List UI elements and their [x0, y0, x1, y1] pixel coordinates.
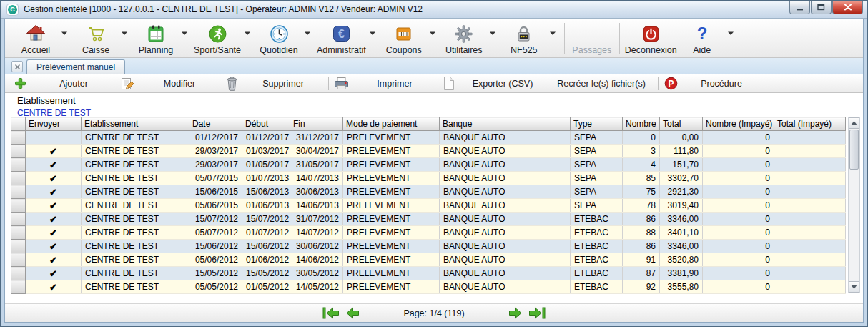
row-selector[interactable]	[11, 172, 26, 185]
toolbar-item-aide[interactable]: ?Aide	[679, 20, 739, 57]
toolbar-item-accueil[interactable]: Accueil	[12, 20, 72, 57]
envoyer-cell[interactable]: ✔	[26, 226, 82, 240]
table-row[interactable]: ✔CENTRE DE TEST05/06/201501/06/201314/06…	[11, 199, 846, 213]
row-selector[interactable]	[11, 131, 26, 145]
envoyer-cell[interactable]: ✔	[26, 213, 82, 226]
tab-close-button[interactable]	[11, 61, 23, 72]
first-page-icon	[322, 307, 340, 319]
column-header-7[interactable]: Type	[571, 117, 623, 131]
column-header-9[interactable]: Total	[660, 117, 703, 131]
toolbar-item-administratif[interactable]: €Administratif	[315, 20, 380, 57]
table-cell: 3019,40	[660, 199, 703, 213]
action-supprimer[interactable]: Supprimer	[222, 74, 325, 92]
action-exporter[interactable]: Exporter (CSV)	[439, 74, 548, 92]
prev-page-button[interactable]	[342, 307, 362, 319]
scroll-up-button[interactable]	[849, 117, 859, 129]
close-button[interactable]	[832, 1, 863, 14]
table-row[interactable]: ✔CENTRE DE TEST15/06/201515/06/201330/06…	[11, 185, 846, 199]
minimize-button[interactable]	[789, 1, 810, 14]
action-label: Imprimer	[350, 79, 439, 89]
scroll-down-button[interactable]	[849, 281, 859, 293]
toolbar-item-nf525[interactable]: NF525	[500, 20, 561, 57]
first-page-button[interactable]	[320, 307, 342, 319]
toolbar-item-coupons[interactable]: Coupons	[380, 20, 440, 57]
toolbar-item-quotidien[interactable]: Quotidien	[255, 20, 315, 57]
table-cell: ETEBAC	[571, 280, 623, 294]
toolbar-item-planning[interactable]: Planning	[132, 20, 192, 57]
table-row[interactable]: ✔CENTRE DE TEST29/03/201701/05/201731/05…	[11, 158, 846, 172]
envoyer-cell[interactable]: ✔	[26, 185, 82, 199]
column-header-10[interactable]: Nombre (Impayé)	[703, 117, 774, 131]
dropdown-arrow-icon[interactable]	[241, 22, 254, 44]
dropdown-arrow-icon[interactable]	[366, 22, 379, 44]
action-imprimer[interactable]: Imprimer	[332, 74, 439, 92]
table-row[interactable]: ✔CENTRE DE TEST05/06/201201/06/201214/06…	[11, 253, 846, 267]
last-page-button[interactable]	[526, 307, 548, 319]
table-cell: 31/12/2017	[290, 131, 343, 145]
column-header-5[interactable]: Mode de paiement	[343, 117, 440, 131]
dropdown-arrow-icon[interactable]	[724, 22, 737, 44]
table-row[interactable]: ✔CENTRE DE TEST05/07/201201/07/201214/07…	[11, 226, 846, 240]
titlebar[interactable]: C Gestion clientèle [1000 - 127.0.0.1 - …	[1, 1, 867, 19]
table-cell: 01/12/2017	[189, 131, 242, 145]
column-header-11[interactable]: Total (Impayé)	[774, 117, 846, 131]
row-selector[interactable]	[11, 145, 26, 158]
table-row[interactable]: ✔CENTRE DE TEST15/06/201215/06/201230/06…	[11, 240, 846, 253]
toolbar-separator	[658, 77, 659, 90]
table-row[interactable]: ✔CENTRE DE TEST05/07/201501/07/201314/07…	[11, 172, 846, 185]
column-header-4[interactable]: Fin	[290, 117, 343, 131]
scrollbar-thumb[interactable]	[849, 130, 859, 170]
row-selector[interactable]	[11, 185, 26, 199]
column-header-1[interactable]: Etablissement	[82, 117, 189, 131]
action-ajouter[interactable]: Ajouter	[11, 74, 118, 92]
dropdown-arrow-icon[interactable]	[486, 22, 499, 44]
dropdown-arrow-icon[interactable]	[301, 22, 314, 44]
dropdown-arrow-icon[interactable]	[546, 22, 559, 44]
toolbar-item-deconnexion[interactable]: Déconnexion	[623, 20, 679, 57]
table-row[interactable]: ✔CENTRE DE TEST29/03/201701/03/201730/04…	[11, 145, 846, 158]
action-procedure[interactable]: PProcédure	[661, 74, 763, 92]
row-selector[interactable]	[11, 199, 26, 213]
maximize-button[interactable]	[811, 1, 832, 14]
toolbar-item-caisse[interactable]: Caisse	[72, 20, 132, 57]
scrollbar-track[interactable]	[849, 129, 859, 281]
envoyer-cell[interactable]: ✔	[26, 199, 82, 213]
table-row[interactable]: ✔CENTRE DE TEST15/05/201215/05/201230/05…	[11, 267, 846, 280]
vertical-scrollbar[interactable]	[848, 117, 860, 293]
action-modifier[interactable]: Modifier	[118, 74, 222, 92]
action-recreer[interactable]: Recréer le(s) fichier(s)	[548, 74, 655, 92]
row-selector[interactable]	[11, 280, 26, 294]
envoyer-cell[interactable]	[26, 131, 82, 145]
next-page-button[interactable]	[506, 307, 526, 319]
column-header-8[interactable]: Nombre	[623, 117, 660, 131]
toolbar-item-sport-sante[interactable]: Sport/Santé	[192, 20, 255, 57]
envoyer-cell[interactable]: ✔	[26, 267, 82, 280]
envoyer-cell[interactable]: ✔	[26, 172, 82, 185]
column-header-2[interactable]: Date	[189, 117, 242, 131]
row-selector[interactable]	[11, 158, 26, 172]
table-row[interactable]: CENTRE DE TEST01/12/201701/12/201731/12/…	[11, 131, 846, 145]
column-header-3[interactable]: Début	[242, 117, 290, 131]
toolbar-item-label: Déconnexion	[625, 45, 677, 55]
table-cell: ETEBAC	[571, 267, 623, 280]
column-header-6[interactable]: Banque	[440, 117, 571, 131]
tab-prelevement-manuel[interactable]: Prélèvement manuel	[26, 59, 125, 74]
row-selector[interactable]	[11, 213, 26, 226]
dropdown-arrow-icon[interactable]	[178, 22, 191, 44]
envoyer-cell[interactable]: ✔	[26, 253, 82, 267]
column-header-0[interactable]: Envoyer	[26, 117, 82, 131]
table-row[interactable]: ✔CENTRE DE TEST05/05/201201/05/201214/05…	[11, 280, 846, 294]
dropdown-arrow-icon[interactable]	[58, 22, 71, 44]
dropdown-arrow-icon[interactable]	[426, 22, 439, 44]
envoyer-cell[interactable]: ✔	[26, 145, 82, 158]
envoyer-cell[interactable]: ✔	[26, 240, 82, 253]
envoyer-cell[interactable]: ✔	[26, 280, 82, 294]
row-selector[interactable]	[11, 267, 26, 280]
row-selector[interactable]	[11, 253, 26, 267]
row-selector[interactable]	[11, 226, 26, 240]
table-row[interactable]: ✔CENTRE DE TEST15/07/201215/07/201231/07…	[11, 213, 846, 226]
toolbar-item-utilitaires[interactable]: Utilitaires	[440, 20, 500, 57]
dropdown-arrow-icon[interactable]	[118, 22, 131, 44]
envoyer-cell[interactable]: ✔	[26, 158, 82, 172]
row-selector[interactable]	[11, 240, 26, 253]
